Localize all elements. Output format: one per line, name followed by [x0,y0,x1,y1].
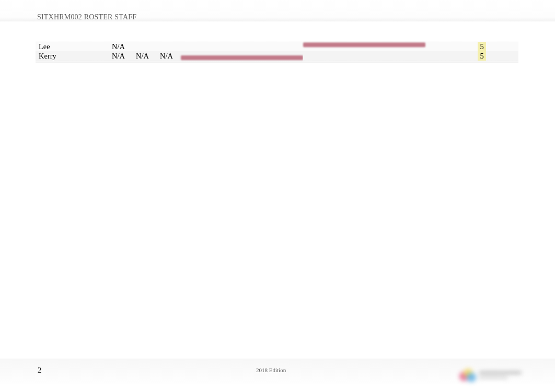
cell-name: Lee [36,42,109,51]
document-page: SITXHRM002 ROSTER STAFF Lee N/A 5 Kerry … [0,0,555,392]
cell-total: 5 [478,42,486,51]
logo-icon [456,365,526,384]
cell-value [133,42,157,51]
highlighted-value: 5 [478,42,486,51]
cell-empty [486,42,518,51]
table-bottom-shadow [36,60,518,63]
cell-empty [181,42,303,51]
roster-table-container: Lee N/A 5 Kerry N/A N/A N/A 5 [36,42,518,61]
cell-redacted [303,42,425,51]
page-number: 2 [38,366,42,375]
cell-empty [425,42,478,51]
svg-point-2 [467,373,476,382]
page-header: SITXHRM002 ROSTER STAFF [37,13,136,21]
cell-value [157,42,181,51]
edition-label: 2018 Edition [256,367,286,373]
svg-rect-3 [479,371,522,374]
cell-value: N/A [109,42,133,51]
svg-rect-4 [479,376,508,379]
redaction-bar [303,42,425,47]
table-row: Lee N/A 5 [36,42,518,51]
roster-table: Lee N/A 5 Kerry N/A N/A N/A 5 [36,42,518,61]
